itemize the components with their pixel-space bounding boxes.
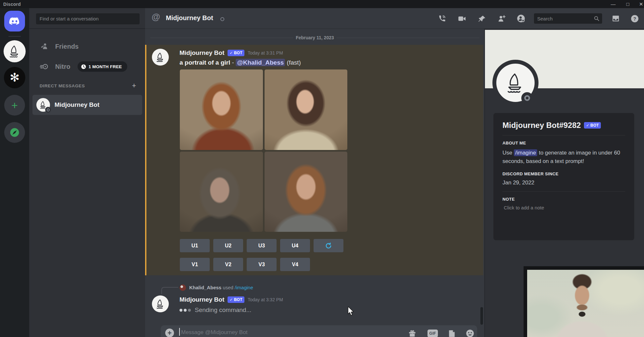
sidebar-item-nitro[interactable]: Nitro 1 MONTH FREE	[34, 59, 142, 74]
generated-image-2[interactable]	[265, 69, 348, 150]
about-me-heading: ABOUT ME	[502, 141, 625, 145]
reroll-button[interactable]	[314, 239, 343, 252]
variation-button-v1[interactable]: V1	[180, 258, 210, 271]
refresh-icon	[325, 242, 332, 250]
server-rail: ✻ +	[0, 8, 29, 337]
emoji-picker-icon[interactable]	[465, 329, 475, 337]
generated-image-grid	[180, 69, 347, 232]
imagine-command-chip[interactable]: /imagine	[514, 149, 537, 156]
mouse-cursor	[347, 306, 355, 316]
member-since-heading: DISCORD MEMBER SINCE	[502, 171, 625, 176]
sailboat-icon	[155, 298, 166, 309]
upscale-button-u1[interactable]: U1	[180, 239, 210, 252]
window-title: Discord	[3, 2, 21, 7]
prompt-separator: -	[230, 59, 236, 66]
message-author[interactable]: Midjourney Bot	[180, 49, 224, 56]
message-timestamp: Today at 3:31 PM	[248, 50, 283, 56]
explore-servers-button[interactable]	[4, 122, 25, 143]
upscale-button-u2[interactable]: U2	[213, 239, 243, 252]
sending-command-row: Sending command...	[180, 306, 251, 314]
message-avatar[interactable]	[152, 295, 169, 312]
dm-sidebar: Find or start a conversation Friends Nit…	[29, 8, 145, 337]
sidebar-item-friends[interactable]: Friends	[34, 39, 142, 54]
reply-user-avatar[interactable]	[180, 284, 186, 291]
profile-card: Midjourney Bot#9282 ✓ BOT ABOUT ME Use /…	[493, 113, 634, 240]
chat-title-status-icon	[220, 17, 224, 21]
conversation-search-input[interactable]: Find or start a conversation	[36, 13, 140, 24]
search-icon	[594, 16, 600, 21]
openai-icon: ✻	[10, 71, 19, 84]
discord-logo-icon	[9, 17, 20, 26]
text-caret	[179, 328, 180, 336]
date-divider-label: February 11, 2023	[296, 35, 334, 40]
chat-title: Midjourney Bot	[166, 14, 213, 22]
webcam-video-feed	[527, 270, 644, 337]
webcam-overlay	[524, 266, 644, 337]
video-call-icon[interactable]	[457, 14, 466, 23]
chat-scrollbar-thumb[interactable]	[480, 307, 483, 325]
bot-badge-label: BOT	[234, 297, 242, 302]
variation-button-v3[interactable]: V3	[247, 258, 277, 271]
about-pre: Use	[502, 150, 514, 156]
variation-button-v2[interactable]: V2	[213, 258, 243, 271]
message-author[interactable]: Midjourney Bot	[180, 296, 224, 303]
create-dm-button[interactable]: +	[130, 81, 138, 90]
generated-image-3[interactable]	[180, 152, 263, 232]
message-input-bar[interactable]: + Message @Midjourney Bot GIF	[161, 325, 477, 337]
member-profile-icon[interactable]	[516, 14, 526, 23]
user-mention[interactable]: @Khalid_Abess	[236, 59, 285, 66]
message-avatar[interactable]	[152, 49, 169, 66]
reply-context[interactable]: Khalid_Abess used /imagine	[189, 285, 253, 290]
mention-highlight-bar	[145, 45, 146, 275]
prompt-text: a portrait of a girl	[180, 59, 230, 66]
generated-image-1[interactable]	[180, 69, 263, 150]
attach-file-button[interactable]: +	[165, 329, 174, 337]
reply-action: used	[221, 285, 235, 290]
gift-icon[interactable]	[407, 329, 417, 337]
bot-badge: ✓ BOT	[584, 122, 601, 129]
profile-name-row: Midjourney Bot#9282 ✓ BOT	[502, 121, 625, 130]
date-divider: February 11, 2023	[150, 35, 479, 40]
generated-image-4[interactable]	[265, 152, 348, 232]
add-server-button[interactable]: +	[4, 95, 25, 116]
add-friend-icon[interactable]	[497, 14, 506, 23]
compass-icon	[9, 127, 20, 138]
header-search-placeholder: Search	[537, 16, 594, 21]
card-divider	[502, 191, 625, 192]
gif-picker-button[interactable]: GIF	[427, 330, 438, 337]
inbox-icon[interactable]	[611, 14, 620, 23]
variation-button-v4[interactable]: V4	[280, 258, 310, 271]
maximize-button[interactable]: □	[622, 0, 633, 8]
plus-icon: +	[11, 99, 18, 112]
note-heading: NOTE	[502, 197, 625, 202]
header-search-input[interactable]: Search	[534, 13, 602, 24]
pin-icon[interactable]	[477, 14, 487, 23]
voice-call-icon[interactable]	[437, 14, 446, 23]
slash-command-link[interactable]: /imagine	[235, 285, 253, 290]
sending-status-text: Sending command...	[195, 306, 251, 314]
window-titlebar: Discord	[0, 0, 644, 8]
dm-at-icon: @	[152, 12, 160, 22]
about-me-text: Use /imagine to generate an image in und…	[502, 149, 625, 166]
note-input[interactable]: Click to add a note	[502, 205, 625, 210]
dm-item-label: Midjourney Bot	[55, 101, 99, 108]
upscale-button-u3[interactable]: U3	[247, 239, 277, 252]
nitro-label: Nitro	[55, 63, 70, 70]
minimize-button[interactable]: —	[608, 0, 619, 8]
dm-item-midjourney-bot[interactable]: Midjourney Bot	[32, 95, 142, 115]
message-timestamp: Today at 3:32 PM	[248, 297, 283, 302]
profile-offline-status-icon	[521, 92, 533, 104]
help-icon[interactable]: ?	[630, 14, 639, 23]
close-button[interactable]: ✕	[636, 0, 644, 8]
message-input-placeholder[interactable]: Message @Midjourney Bot	[181, 329, 247, 336]
chatgpt-server-button[interactable]: ✻	[4, 67, 25, 88]
sticker-icon[interactable]	[447, 329, 457, 337]
bot-badge: ✓ BOT	[228, 50, 244, 56]
sailboat-icon	[504, 71, 527, 94]
card-divider	[502, 135, 625, 135]
upscale-button-u4[interactable]: U4	[280, 239, 310, 252]
reply-author[interactable]: Khalid_Abess	[189, 285, 221, 290]
midjourney-server-button[interactable]	[4, 40, 26, 62]
discord-home-button[interactable]	[4, 11, 25, 31]
discord-app-window: Discord — □ ✕ ✻ +	[0, 0, 644, 337]
